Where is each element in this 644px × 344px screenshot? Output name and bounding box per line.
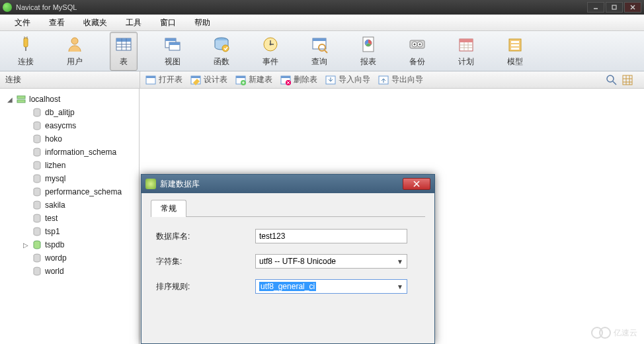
menu-window[interactable]: 窗口 xyxy=(151,15,185,31)
collation-select[interactable]: utf8_general_ci▼ xyxy=(255,279,407,294)
svg-rect-42 xyxy=(511,41,519,43)
collation-label: 排序规则: xyxy=(156,281,255,292)
database-icon xyxy=(32,200,42,210)
tree-db-label: world xyxy=(45,267,64,276)
tree-db-item[interactable]: ▷tspdb xyxy=(3,238,136,251)
tree-db-item[interactable]: easycms xyxy=(3,119,136,132)
svg-point-19 xyxy=(222,45,229,52)
svg-rect-25 xyxy=(313,38,326,41)
svg-rect-44 xyxy=(511,48,519,50)
tb-backup[interactable]: 备份 xyxy=(403,32,431,71)
tree-db-item[interactable]: lizhen xyxy=(3,159,136,172)
tb-report[interactable]: 报表 xyxy=(354,32,382,71)
svg-rect-9 xyxy=(116,38,131,42)
sub-open-table[interactable]: 打开表 xyxy=(145,74,182,85)
tree-db-item[interactable]: tsp1 xyxy=(3,225,136,238)
tree-db-item[interactable]: sakila xyxy=(3,198,136,212)
tree-db-item[interactable]: performance_schema xyxy=(3,185,136,198)
tree-db-label: wordp xyxy=(45,253,67,263)
tree-db-item[interactable]: hoko xyxy=(3,132,136,146)
menu-help[interactable]: 帮助 xyxy=(185,15,220,31)
sub-import-wizard[interactable]: 导入向导 xyxy=(325,74,370,85)
dialog-icon xyxy=(145,179,156,189)
import-icon xyxy=(325,75,336,85)
charset-select[interactable]: utf8 -- UTF-8 Unicode▼ xyxy=(255,254,407,269)
window-title: Navicat for MySQL xyxy=(16,3,587,11)
connection-tree[interactable]: ◢ localhost db_alitjpeasycmshokoinformat… xyxy=(0,89,140,344)
svg-rect-15 xyxy=(165,38,176,41)
tree-db-item[interactable]: wordp xyxy=(3,251,136,265)
tb-model-label: 模型 xyxy=(507,56,523,67)
database-icon xyxy=(32,226,42,237)
sub-export-wizard[interactable]: 导出向导 xyxy=(378,74,423,85)
database-icon xyxy=(32,187,42,197)
menu-file[interactable]: 文件 xyxy=(5,15,40,31)
database-icon xyxy=(32,134,42,144)
chevron-down-icon: ▼ xyxy=(397,258,403,265)
svg-point-34 xyxy=(419,43,421,45)
maximize-button[interactable] xyxy=(606,2,623,13)
tree-root[interactable]: ◢ localhost xyxy=(3,93,136,106)
minimize-button[interactable] xyxy=(587,2,604,13)
tb-connection-label: 连接 xyxy=(18,56,34,67)
sub-delete-table[interactable]: 删除表 xyxy=(280,74,317,85)
export-icon xyxy=(378,75,389,85)
search-icon[interactable] xyxy=(606,74,618,86)
tb-model[interactable]: 模型 xyxy=(501,32,529,71)
dialog-titlebar[interactable]: 新建数据库 xyxy=(141,175,434,193)
tab-general[interactable]: 常规 xyxy=(151,200,186,217)
svg-rect-53 xyxy=(281,76,290,78)
model-icon xyxy=(506,35,524,54)
tb-query-label: 查询 xyxy=(311,56,327,67)
expand-icon[interactable]: ▷ xyxy=(22,241,29,249)
connection-label: 连接 xyxy=(0,74,140,85)
svg-rect-65 xyxy=(17,100,25,103)
function-icon xyxy=(212,35,231,54)
sub-new-table[interactable]: 新建表 xyxy=(235,74,272,85)
svg-point-33 xyxy=(414,43,416,45)
tree-db-item[interactable]: mysql xyxy=(3,172,136,185)
new-table-icon xyxy=(235,75,246,85)
menu-favorites[interactable]: 收藏夹 xyxy=(74,15,116,31)
tree-db-item[interactable]: db_alitjp xyxy=(3,106,136,119)
row-dbname: 数据库名: xyxy=(156,229,420,243)
tb-event-label: 事件 xyxy=(262,56,278,67)
tb-view-label: 视图 xyxy=(165,56,181,67)
close-button[interactable] xyxy=(624,2,641,13)
grid-icon[interactable] xyxy=(622,74,633,86)
plug-icon xyxy=(17,35,35,54)
svg-rect-48 xyxy=(191,76,200,78)
report-icon xyxy=(359,35,378,54)
tb-event[interactable]: 事件 xyxy=(257,32,284,71)
tb-connection[interactable]: 连接 xyxy=(12,32,40,71)
svg-rect-36 xyxy=(460,39,473,42)
database-icon xyxy=(32,147,42,157)
tb-function[interactable]: 函数 xyxy=(208,32,235,71)
tb-query[interactable]: 查询 xyxy=(305,32,333,71)
tree-root-label: localhost xyxy=(29,95,60,104)
dbname-input[interactable] xyxy=(255,229,407,243)
menu-tools[interactable]: 工具 xyxy=(116,15,151,31)
svg-point-23 xyxy=(270,43,272,45)
tb-table[interactable]: 表 xyxy=(110,32,138,71)
svg-rect-43 xyxy=(511,44,519,46)
tree-db-label: performance_schema xyxy=(45,187,122,196)
tb-view[interactable]: 视图 xyxy=(159,32,186,71)
svg-point-57 xyxy=(607,75,614,82)
tree-db-item[interactable]: world xyxy=(3,265,136,278)
tree-db-item[interactable]: information_schema xyxy=(3,146,136,159)
tb-schedule[interactable]: 计划 xyxy=(452,32,480,71)
main-toolbar: 连接 用户 表 视图 函数 事件 查询 报表 备份 计划 模型 xyxy=(0,31,644,71)
tb-user[interactable]: 用户 xyxy=(61,32,89,71)
sub-design-table[interactable]: 设计表 xyxy=(190,74,227,85)
tree-db-item[interactable]: test xyxy=(3,212,136,225)
dialog-close-button[interactable] xyxy=(403,178,430,190)
collapse-icon[interactable]: ◢ xyxy=(7,96,13,103)
svg-rect-17 xyxy=(169,42,180,45)
tb-function-label: 函数 xyxy=(214,56,229,67)
menu-view[interactable]: 查看 xyxy=(40,15,74,31)
design-table-icon xyxy=(190,75,201,85)
dialog-form: 数据库名: 字符集: utf8 -- UTF-8 Unicode▼ 排序规则: … xyxy=(151,217,425,316)
right-icons xyxy=(606,74,639,86)
view-icon xyxy=(163,35,182,54)
